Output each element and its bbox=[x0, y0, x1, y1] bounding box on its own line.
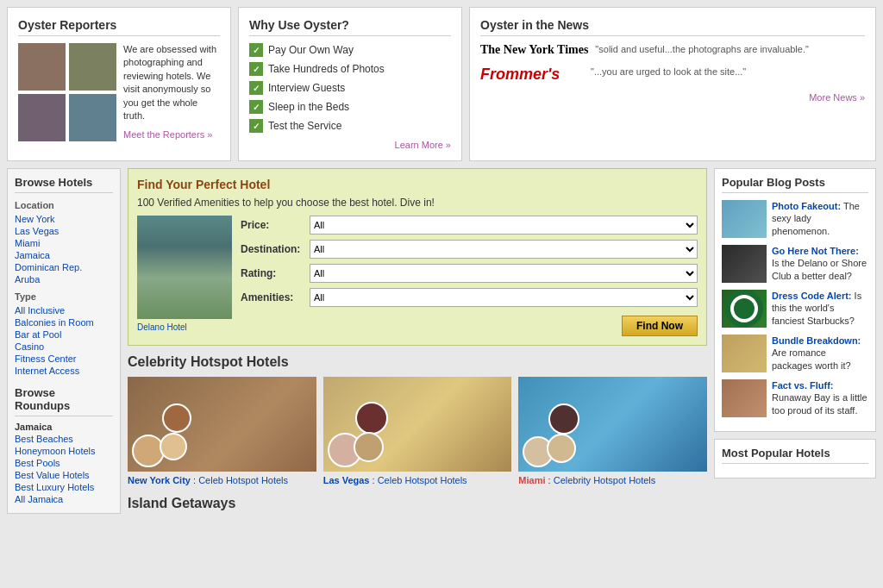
hotel-card-nyc: New York City : Celeb Hotspot Hotels bbox=[128, 377, 316, 485]
blog-desc-4: Are romance packages worth it? bbox=[772, 347, 851, 370]
blog-link-3[interactable]: Dress Code Alert: bbox=[772, 291, 852, 301]
roundup-best-beaches[interactable]: Best Beaches bbox=[15, 434, 113, 444]
location-new-york[interactable]: New York bbox=[15, 214, 113, 224]
main-content: Browse Hotels Location New York Las Vega… bbox=[0, 168, 883, 521]
miami-desc-link[interactable]: Celebrity Hotspot Hotels bbox=[554, 475, 656, 485]
find-now-button[interactable]: Find Now bbox=[622, 316, 698, 336]
type-fitness[interactable]: Fitness Center bbox=[15, 353, 113, 364]
find-hotel-form: Price: All Destination: All Rating: bbox=[241, 216, 698, 336]
hotel-card-image-miami bbox=[518, 377, 707, 472]
blog-thumb-3 bbox=[722, 290, 767, 328]
right-sidebar: Popular Blog Posts Photo Fakeout: The se… bbox=[714, 168, 876, 514]
blog-thumb-1 bbox=[722, 200, 767, 238]
hotel-image-visual bbox=[137, 216, 232, 319]
nyc-city-link[interactable]: New York City bbox=[128, 475, 191, 485]
nyt-quote: "solid and useful...the photographs are … bbox=[595, 43, 809, 56]
blog-link-5[interactable]: Fact vs. Fluff: bbox=[772, 380, 834, 391]
blog-item-4: Bundle Breakdown: Are romance packages w… bbox=[722, 335, 868, 372]
reporter-photo-4 bbox=[69, 94, 116, 141]
reporters-text-block: We are obsessed with photographing and r… bbox=[123, 43, 220, 141]
meet-reporters-link[interactable]: Meet the Reporters » bbox=[123, 129, 220, 140]
roundup-honeymoon[interactable]: Honeymoon Hotels bbox=[15, 446, 113, 456]
celebrity-hotels-title: Celebrity Hotspot Hotels bbox=[128, 354, 707, 370]
nyc-desc-link[interactable]: Celeb Hotspot Hotels bbox=[198, 475, 288, 485]
find-hotel-inner: Delano Hotel Price: All Destination: All bbox=[137, 216, 698, 336]
blog-link-1[interactable]: Photo Fakeout: bbox=[772, 201, 841, 211]
miami-card-caption: Miami : Celebrity Hotspot Hotels bbox=[518, 475, 707, 485]
browse-roundups-title: Browse Roundups bbox=[15, 386, 113, 416]
type-label: Type bbox=[15, 291, 113, 302]
why-item-2: ✓ Take Hundreds of Photos bbox=[249, 62, 451, 76]
vegas-celeb-3 bbox=[354, 432, 384, 462]
miami-celebrities bbox=[523, 436, 554, 467]
island-getaways-title: Island Getaways bbox=[128, 496, 707, 511]
vegas-separator: : bbox=[370, 475, 378, 485]
why-item-5: ✓ Test the Service bbox=[249, 119, 451, 133]
blog-link-2[interactable]: Go Here Not There: bbox=[772, 246, 859, 256]
reporters-box: Oyster Reporters We are obsessed with ph… bbox=[7, 7, 231, 161]
destination-label: Destination: bbox=[241, 243, 310, 255]
check-icon-4: ✓ bbox=[249, 100, 263, 114]
nyc-separator: : bbox=[191, 475, 198, 485]
find-hotel-subtitle: 100 Verified Amenities to help you choos… bbox=[137, 197, 698, 209]
why-item-label-1: Pay Our Own Way bbox=[268, 44, 354, 56]
location-dominican-rep[interactable]: Dominican Rep. bbox=[15, 262, 113, 272]
price-select[interactable]: All bbox=[310, 216, 698, 235]
rating-label: Rating: bbox=[241, 267, 310, 279]
type-bar-at-pool[interactable]: Bar at Pool bbox=[15, 329, 113, 340]
price-row: Price: All bbox=[241, 216, 698, 235]
roundup-best-pools[interactable]: Best Pools bbox=[15, 458, 113, 468]
why-item-3: ✓ Interview Guests bbox=[249, 81, 451, 95]
price-label: Price: bbox=[241, 219, 310, 231]
type-balconies[interactable]: Balconies in Room bbox=[15, 317, 113, 328]
left-sidebar: Browse Hotels Location New York Las Vega… bbox=[7, 168, 121, 514]
why-oyster-box: Why Use Oyster? ✓ Pay Our Own Way ✓ Take… bbox=[238, 7, 462, 161]
rating-select[interactable]: All bbox=[310, 264, 698, 283]
vegas-desc-link[interactable]: Celeb Hotspot Hotels bbox=[378, 475, 467, 485]
blog-thumb-4 bbox=[722, 335, 767, 372]
frommers-news-item: Frommer's "...you are urged to look at t… bbox=[480, 66, 865, 84]
blog-text-1: Photo Fakeout: The sexy lady phenomenon. bbox=[772, 200, 868, 237]
location-jamaica[interactable]: Jamaica bbox=[15, 250, 113, 260]
blog-thumb-2 bbox=[722, 245, 767, 283]
why-item-4: ✓ Sleep in the Beds bbox=[249, 100, 451, 114]
find-hotel-image-block: Delano Hotel bbox=[137, 216, 232, 336]
roundup-best-value[interactable]: Best Value Hotels bbox=[15, 470, 113, 480]
learn-more-link[interactable]: Learn More » bbox=[249, 140, 451, 150]
more-news-link[interactable]: More News » bbox=[480, 92, 865, 103]
hotel-card-vegas: Las Vegas : Celeb Hotspot Hotels bbox=[323, 377, 512, 485]
vegas-city-link[interactable]: Las Vegas bbox=[323, 475, 370, 485]
blog-item-1: Photo Fakeout: The sexy lady phenomenon. bbox=[722, 200, 868, 238]
miami-city-link[interactable]: Miami bbox=[518, 475, 545, 485]
vegas-card-caption: Las Vegas : Celeb Hotspot Hotels bbox=[323, 475, 512, 485]
location-miami[interactable]: Miami bbox=[15, 238, 113, 248]
location-las-vegas[interactable]: Las Vegas bbox=[15, 226, 113, 236]
blog-text-3: Dress Code Alert: Is this the world's fa… bbox=[772, 290, 868, 327]
destination-row: Destination: All bbox=[241, 240, 698, 259]
most-popular-title: Most Popular Hotels bbox=[722, 447, 868, 464]
blog-text-2: Go Here Not There: Is the Delano or Shor… bbox=[772, 245, 868, 282]
reporters-title: Oyster Reporters bbox=[18, 18, 220, 36]
blog-link-4[interactable]: Bundle Breakdown: bbox=[772, 335, 861, 346]
nyt-news-item: The New York Times "solid and useful...t… bbox=[480, 43, 865, 57]
destination-select[interactable]: All bbox=[310, 240, 698, 259]
reporter-photo-3 bbox=[18, 94, 66, 141]
blog-text-5: Fact vs. Fluff: Runaway Bay is a little … bbox=[772, 379, 868, 416]
roundup-all-jamaica[interactable]: All Jamaica bbox=[15, 494, 113, 504]
location-aruba[interactable]: Aruba bbox=[15, 274, 113, 285]
roundups-region: Jamaica bbox=[15, 422, 113, 432]
find-hotel-title: Find Your Perfect Hotel bbox=[137, 178, 698, 191]
amenities-select[interactable]: All bbox=[310, 288, 698, 307]
most-popular-box: Most Popular Hotels bbox=[714, 439, 876, 479]
miami-separator: : bbox=[546, 475, 554, 485]
roundup-best-luxury[interactable]: Best Luxury Hotels bbox=[15, 482, 113, 492]
type-all-inclusive[interactable]: All Inclusive bbox=[15, 305, 113, 316]
blog-item-2: Go Here Not There: Is the Delano or Shor… bbox=[722, 245, 868, 283]
hotel-image-label[interactable]: Delano Hotel bbox=[137, 322, 232, 332]
reporters-description: We are obsessed with photographing and r… bbox=[123, 43, 220, 122]
blog-desc-2: Is the Delano or Shore Club a better dea… bbox=[772, 258, 867, 280]
type-internet[interactable]: Internet Access bbox=[15, 366, 113, 376]
check-icon-3: ✓ bbox=[249, 81, 263, 95]
amenities-label: Amenities: bbox=[241, 291, 310, 303]
type-casino[interactable]: Casino bbox=[15, 341, 113, 352]
